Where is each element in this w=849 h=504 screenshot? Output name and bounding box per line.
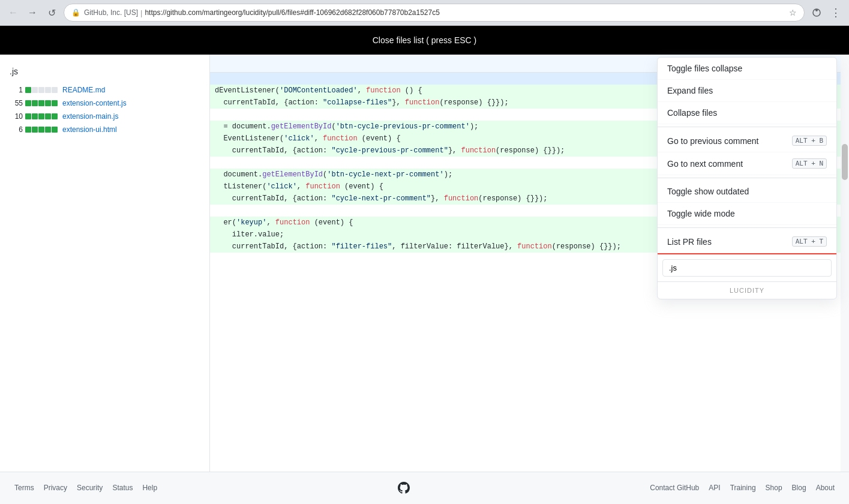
diff-line-content: er('keyup', function (event) { xyxy=(210,217,358,229)
page-footer: Terms Privacy Security Status Help Conta… xyxy=(0,472,849,503)
menu-footer-label: LUCIDITY xyxy=(730,287,764,294)
menu-item-next-comment[interactable]: Go to next comment ALT + N xyxy=(658,152,836,175)
menu-item-toggle-outdated[interactable]: Toggle show outdated xyxy=(658,181,836,203)
footer-link-blog[interactable]: Blog xyxy=(792,484,806,492)
stat-bar xyxy=(25,127,58,133)
footer-link-api[interactable]: API xyxy=(709,484,720,492)
stat-number: 10 xyxy=(11,112,23,121)
menu-item-label: Toggle wide mode xyxy=(667,209,827,218)
stat-block-green xyxy=(25,87,31,93)
menu-item-prev-comment[interactable]: Go to previous comment ALT + B xyxy=(658,130,836,152)
stat-block-gray xyxy=(38,87,44,93)
stat-block-green xyxy=(32,127,38,133)
address-bar[interactable]: 🔒 GitHub, Inc. [US] | https://github.com… xyxy=(64,4,805,22)
kbd-shortcut-list: ALT + T xyxy=(792,236,827,247)
menu-item-collapse[interactable]: Collapse files xyxy=(658,102,836,124)
menu-item-label: List PR files xyxy=(667,237,792,247)
diff-line-content xyxy=(210,73,224,85)
star-button[interactable]: ☆ xyxy=(789,8,797,17)
footer-link-help[interactable]: Help xyxy=(142,484,157,492)
stat-block-green xyxy=(32,113,38,119)
footer-link-contact[interactable]: Contact GitHub xyxy=(650,484,699,492)
menu-item-label: Toggle show outdated xyxy=(667,187,827,196)
stat-block-green xyxy=(52,127,58,133)
list-item[interactable]: 55 extension-content.js xyxy=(5,97,205,110)
footer-center xyxy=(398,482,410,494)
file-name[interactable]: extension-main.js xyxy=(62,112,118,121)
diff-line-content: ilter.value; xyxy=(210,229,289,241)
menu-item-toggle-wide[interactable]: Toggle wide mode xyxy=(658,203,836,225)
diff-line-content xyxy=(210,253,224,301)
stat-block-green xyxy=(32,100,38,106)
menu-button[interactable]: ⋮ xyxy=(827,4,844,21)
stat-block-green xyxy=(25,100,31,106)
file-name[interactable]: extension-content.js xyxy=(62,99,127,107)
menu-item-list-pr[interactable]: List PR files ALT + T xyxy=(658,230,836,253)
menu-divider xyxy=(658,178,836,178)
file-stat: 55 xyxy=(10,99,58,107)
menu-divider xyxy=(658,127,836,127)
stat-block-green xyxy=(38,113,44,119)
footer-link-security[interactable]: Security xyxy=(77,484,103,492)
github-logo-icon xyxy=(398,482,410,494)
diff-line-content xyxy=(210,157,224,169)
file-name[interactable]: extension-ui.html xyxy=(62,125,117,134)
page-content: Close files list ( press ESC ) .js 1 xyxy=(0,26,849,503)
extension-button[interactable] xyxy=(808,4,825,21)
stat-block-green xyxy=(52,100,58,106)
stat-bar xyxy=(25,113,58,119)
nav-buttons: ← → ↺ xyxy=(5,4,60,21)
file-stat: 1 xyxy=(10,86,58,94)
stat-block-gray xyxy=(32,87,38,93)
stat-bar xyxy=(25,100,58,106)
menu-item-label: Collapse files xyxy=(667,108,827,118)
browser-chrome: ← → ↺ 🔒 GitHub, Inc. [US] | https://gith… xyxy=(0,0,849,26)
list-item[interactable]: 10 extension-main.js xyxy=(5,110,205,123)
lock-icon: 🔒 xyxy=(71,8,80,17)
diff-line-content: = document.getElementById('btn-cycle-pre… xyxy=(210,121,483,133)
browser-toolbar: ← → ↺ 🔒 GitHub, Inc. [US] | https://gith… xyxy=(0,0,849,25)
scrollbar-track[interactable] xyxy=(841,55,849,501)
dropdown-menu: Toggle files collapse Expand files Colla… xyxy=(657,57,837,299)
filter-input[interactable] xyxy=(662,259,832,277)
list-item[interactable]: 1 README.md xyxy=(5,83,205,97)
stat-block-green xyxy=(25,113,31,119)
stat-block-green xyxy=(38,100,44,106)
close-files-bar[interactable]: Close files list ( press ESC ) xyxy=(0,26,849,55)
file-sidebar: .js 1 README.md xyxy=(0,55,210,501)
back-button[interactable]: ← xyxy=(5,4,22,21)
file-stat: 6 xyxy=(10,125,58,134)
stat-block-green xyxy=(45,113,51,119)
menu-item-label: Expand files xyxy=(667,86,827,95)
menu-item-toggle-collapse[interactable]: Toggle files collapse xyxy=(658,58,836,80)
diff-line-content: document.getElementById('btn-cycle-next-… xyxy=(210,169,457,181)
footer-link-about[interactable]: About xyxy=(816,484,835,492)
diff-line-content: EventListener('click', function (event) … xyxy=(210,133,406,145)
scrollbar-thumb[interactable] xyxy=(842,144,848,180)
stat-number: 55 xyxy=(11,99,23,107)
url-separator: | xyxy=(140,8,142,17)
menu-item-label: Go to next comment xyxy=(667,159,792,169)
footer-link-status[interactable]: Status xyxy=(112,484,133,492)
stat-block-gray xyxy=(45,87,51,93)
file-name[interactable]: README.md xyxy=(62,86,105,94)
footer-link-shop[interactable]: Shop xyxy=(766,484,782,492)
footer-link-training[interactable]: Training xyxy=(730,484,756,492)
reload-button[interactable]: ↺ xyxy=(43,4,60,21)
diff-line-content xyxy=(210,109,224,121)
footer-link-terms[interactable]: Terms xyxy=(14,484,34,492)
list-item[interactable]: 6 extension-ui.html xyxy=(5,123,205,136)
footer-links-left: Terms Privacy Security Status Help xyxy=(14,484,157,492)
menu-filter-section xyxy=(658,253,836,281)
forward-button[interactable]: → xyxy=(24,4,41,21)
stat-block-green xyxy=(45,100,51,106)
diff-line-content: dEventListener('DOMContentLoaded', funct… xyxy=(210,85,427,97)
stat-bar xyxy=(25,87,58,93)
menu-item-label: Toggle files collapse xyxy=(667,64,827,73)
menu-divider xyxy=(658,227,836,228)
footer-link-privacy[interactable]: Privacy xyxy=(44,484,67,492)
menu-item-expand[interactable]: Expand files xyxy=(658,80,836,102)
diff-line-content: currentTabId, {action: "filter-files", f… xyxy=(210,241,626,253)
browser-actions: ⋮ xyxy=(808,4,844,21)
menu-footer: LUCIDITY xyxy=(658,281,836,299)
